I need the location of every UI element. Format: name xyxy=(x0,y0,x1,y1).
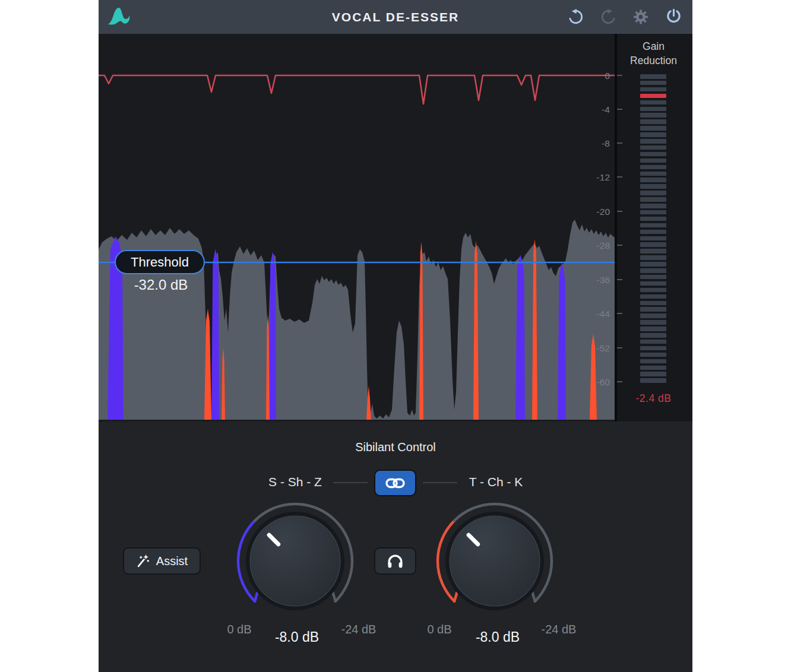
meter-segment xyxy=(640,340,666,344)
meter-segment xyxy=(640,320,666,325)
meter-segment xyxy=(640,372,666,376)
meter-segment xyxy=(640,204,666,208)
meter-segment xyxy=(640,359,666,364)
meter-segment xyxy=(640,159,666,163)
meter-segment xyxy=(640,333,666,338)
titlebar-actions xyxy=(566,0,683,34)
meter-tick xyxy=(617,245,622,246)
meter-segment xyxy=(640,132,666,137)
listen-button[interactable] xyxy=(374,547,416,575)
axis-label: -52 xyxy=(597,343,610,353)
meter-segment xyxy=(640,268,666,273)
undo-button[interactable] xyxy=(566,8,585,27)
axis-label: -60 xyxy=(597,377,610,387)
meter-segment xyxy=(640,294,666,299)
meter-segment xyxy=(640,177,666,182)
axis-label: -8 xyxy=(602,138,610,148)
meter-segment xyxy=(640,74,666,79)
gain-reduction-meter xyxy=(640,74,666,385)
waveform-graph: 0-4-8-12-20-28-36-44-52-60 xyxy=(99,34,615,421)
knob-arc-end-hook xyxy=(533,592,535,601)
redo-icon xyxy=(599,8,618,26)
meter-title: Gain Reduction xyxy=(617,39,690,68)
assist-label: Assist xyxy=(156,554,188,568)
meter-segment xyxy=(640,288,666,293)
meter-segment xyxy=(640,281,666,286)
axis-label: -4 xyxy=(602,104,610,115)
assist-button[interactable]: Assist xyxy=(123,547,201,575)
threshold-handle[interactable]: Threshold xyxy=(115,250,205,274)
meter-tick xyxy=(617,142,622,144)
meter-tick xyxy=(617,109,622,110)
settings-button[interactable] xyxy=(631,8,650,27)
gear-icon xyxy=(631,7,650,27)
meter-tick xyxy=(617,75,622,76)
meter-segment xyxy=(640,152,666,157)
meter-segment xyxy=(640,100,666,105)
meter-segment xyxy=(640,87,666,92)
meter-segment xyxy=(640,262,666,267)
sibilant-band xyxy=(211,249,219,420)
meter-segment xyxy=(640,210,666,215)
meter-segment xyxy=(640,301,666,306)
sibilant-band xyxy=(269,252,276,420)
threshold-label: Threshold xyxy=(131,255,189,270)
headphones-icon xyxy=(387,554,404,569)
meter-segment xyxy=(640,346,666,351)
axis-label: -20 xyxy=(597,207,610,217)
meter-segment xyxy=(640,255,666,260)
knob-face[interactable] xyxy=(450,516,540,606)
t-ch-k-knob[interactable] xyxy=(432,499,557,623)
titlebar: VOCAL DE-ESSER xyxy=(99,0,692,34)
axis-label: -28 xyxy=(597,240,610,251)
waveform-display[interactable]: 0-4-8-12-20-28-36-44-52-60 Threshold -32… xyxy=(99,34,615,421)
right-knob-max-label: -24 dB xyxy=(523,623,594,636)
meter-segment xyxy=(640,107,666,112)
s-sh-z-knob[interactable] xyxy=(233,499,357,623)
meter-segment xyxy=(640,223,666,228)
meter-segment xyxy=(640,275,666,280)
meter-segment xyxy=(640,191,666,195)
meter-segment xyxy=(640,113,666,118)
gain-reduction-trace xyxy=(99,75,615,104)
meter-segment xyxy=(640,378,666,383)
meter-tick xyxy=(617,381,622,382)
link-button[interactable] xyxy=(374,470,416,496)
undo-icon xyxy=(567,8,585,26)
knob-face[interactable] xyxy=(250,516,340,606)
meter-segment xyxy=(640,139,666,144)
sibilant-control-section: Sibilant Control S - Sh - Z T - Ch - K A… xyxy=(99,421,692,672)
magic-wand-icon xyxy=(136,554,151,569)
meter-segment xyxy=(640,217,666,221)
vocal-deesser-window: VOCAL DE-ESSER xyxy=(99,0,692,672)
left-knob-max-label: -24 dB xyxy=(323,623,394,636)
connector-line-left xyxy=(333,482,368,483)
meter-segment xyxy=(640,184,666,189)
meter-tick xyxy=(617,176,622,177)
knob-arc-end-hook xyxy=(333,592,336,601)
axis-label: 0 xyxy=(605,71,610,81)
right-knob-label: T - Ch - K xyxy=(436,475,555,489)
gain-reduction-panel: Gain Reduction -2.4 dB xyxy=(615,34,692,421)
meter-tick xyxy=(617,347,622,348)
meter-tick xyxy=(617,211,622,212)
meter-segment-active xyxy=(640,94,666,99)
knob-arc-start-hook xyxy=(454,592,457,601)
meter-segment xyxy=(640,242,666,247)
meter-segment xyxy=(640,230,666,234)
meter-segment xyxy=(640,119,666,124)
power-button[interactable] xyxy=(664,8,683,27)
axis-label: -12 xyxy=(597,172,610,182)
meter-tick xyxy=(617,313,622,314)
meter-title-line2: Reduction xyxy=(617,53,690,68)
axis-label: -36 xyxy=(597,275,610,285)
meter-segment xyxy=(640,353,666,357)
threshold-value: -32.0 dB xyxy=(122,277,200,293)
main-area: 0-4-8-12-20-28-36-44-52-60 Threshold -32… xyxy=(99,34,692,421)
meter-segment xyxy=(640,313,666,318)
link-icon xyxy=(385,477,405,489)
meter-tick xyxy=(617,279,622,280)
meter-segment xyxy=(640,145,666,150)
gain-reduction-readout: -2.4 dB xyxy=(617,392,690,405)
redo-button[interactable] xyxy=(599,8,618,27)
